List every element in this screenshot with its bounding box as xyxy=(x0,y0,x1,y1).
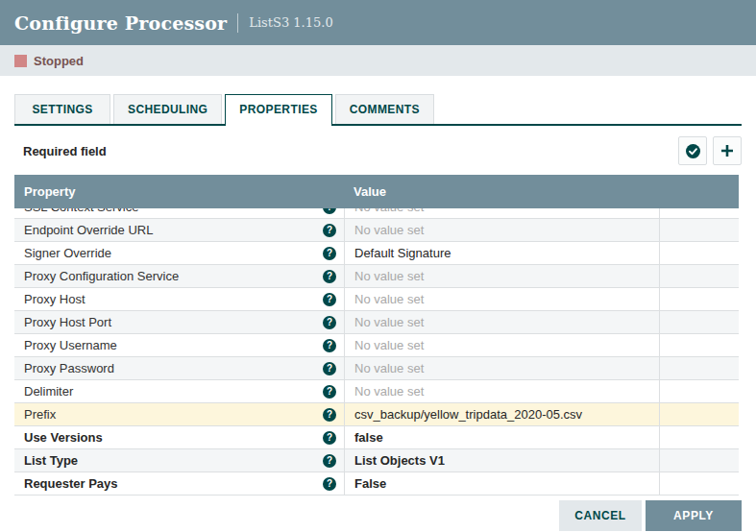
help-icon[interactable]: ? xyxy=(323,477,336,491)
help-icon[interactable]: ? xyxy=(323,362,336,375)
help-icon[interactable]: ? xyxy=(323,316,336,329)
title-divider xyxy=(237,13,238,33)
value-cell[interactable]: List Objects V1 xyxy=(344,449,659,472)
property-value: false xyxy=(354,430,383,445)
property-cell: Proxy Configuration Service ? xyxy=(14,265,344,287)
property-cell: SSL Context Service ? xyxy=(14,208,344,218)
value-cell[interactable]: False xyxy=(344,472,659,495)
table-row[interactable]: Prefix ? csv_backup/yellow_tripdata_2020… xyxy=(14,403,739,426)
add-property-button[interactable] xyxy=(713,136,742,165)
status-bar: Stopped xyxy=(0,45,756,76)
property-cell: Prefix ? xyxy=(14,403,344,425)
property-name: Proxy Host xyxy=(24,292,85,306)
value-cell[interactable]: No value set xyxy=(344,208,659,218)
tab-settings[interactable]: SETTINGS xyxy=(14,94,110,124)
value-cell[interactable]: No value set xyxy=(344,380,659,402)
table-row[interactable]: Proxy Host ? No value set xyxy=(14,288,739,311)
cancel-button[interactable]: CANCEL xyxy=(559,500,642,531)
property-cell: List Type ? xyxy=(14,449,344,472)
extra-cell xyxy=(659,242,739,264)
dialog-title: Configure Processor xyxy=(14,12,227,34)
column-header-value: Value xyxy=(344,184,659,199)
property-cell: Proxy Host Port ? xyxy=(14,311,344,333)
help-icon[interactable]: ? xyxy=(323,408,336,422)
value-cell[interactable]: No value set xyxy=(344,311,659,333)
tabs-container: SETTINGSSCHEDULINGPROPERTIESCOMMENTS xyxy=(0,76,756,126)
help-icon[interactable]: ? xyxy=(323,385,336,399)
table-header: Property Value xyxy=(14,175,739,208)
property-value: No value set xyxy=(354,338,424,352)
help-icon[interactable]: ? xyxy=(323,224,336,237)
plus-icon xyxy=(719,143,735,158)
table-row[interactable]: Proxy Password ? No value set xyxy=(14,357,739,380)
verify-properties-button[interactable] xyxy=(678,136,707,165)
help-icon[interactable]: ? xyxy=(323,247,336,260)
table-row[interactable]: Signer Override ? Default Signature xyxy=(14,242,739,265)
help-icon[interactable]: ? xyxy=(323,208,336,214)
property-cell: Delimiter ? xyxy=(14,380,344,402)
table-body[interactable]: SSL Context Service ? No value set Endpo… xyxy=(14,208,739,496)
table-row[interactable]: List Type ? List Objects V1 xyxy=(14,449,739,472)
table-row[interactable]: Proxy Host Port ? No value set xyxy=(14,311,739,334)
property-name: Delimiter xyxy=(24,384,73,399)
help-icon[interactable]: ? xyxy=(323,454,336,468)
tab-scheduling[interactable]: SCHEDULING xyxy=(113,94,222,124)
property-cell: Proxy Username ? xyxy=(14,334,344,356)
tab-properties[interactable]: PROPERTIES xyxy=(225,94,331,126)
apply-button[interactable]: APPLY xyxy=(646,500,742,531)
property-value: csv_backup/yellow_tripdata_2020-05.csv xyxy=(354,407,582,422)
property-name: Proxy Host Port xyxy=(24,315,111,329)
value-cell[interactable]: No value set xyxy=(344,265,659,287)
property-name: SSL Context Service xyxy=(24,208,138,214)
stopped-icon xyxy=(14,55,27,67)
property-value: List Objects V1 xyxy=(354,453,445,468)
table-row[interactable]: Proxy Configuration Service ? No value s… xyxy=(14,265,739,288)
tab-bar: SETTINGSSCHEDULINGPROPERTIESCOMMENTS xyxy=(14,94,742,126)
value-cell[interactable]: No value set xyxy=(344,334,659,356)
dialog-header: Configure Processor ListS3 1.15.0 xyxy=(0,0,756,45)
property-cell: Endpoint Override URL ? xyxy=(14,219,344,241)
property-name: Prefix xyxy=(24,407,56,422)
table-row[interactable]: Delimiter ? No value set xyxy=(14,380,739,403)
toolbar-buttons xyxy=(678,136,742,165)
extra-cell xyxy=(659,208,739,218)
value-cell[interactable]: No value set xyxy=(344,219,659,241)
property-value: False xyxy=(354,476,386,491)
table-row[interactable]: Proxy Username ? No value set xyxy=(14,334,739,357)
property-cell: Proxy Password ? xyxy=(14,357,344,379)
help-icon[interactable]: ? xyxy=(323,270,336,283)
properties-table: Property Value SSL Context Service ? No … xyxy=(14,175,739,496)
value-cell[interactable]: Default Signature xyxy=(344,242,659,264)
table-row[interactable]: Requester Pays ? False xyxy=(14,472,739,496)
table-row[interactable]: Use Versions ? false xyxy=(14,426,739,449)
extra-cell xyxy=(659,403,739,425)
help-icon[interactable]: ? xyxy=(323,293,336,306)
tab-comments[interactable]: COMMENTS xyxy=(335,94,434,124)
help-icon[interactable]: ? xyxy=(323,431,336,445)
property-value: No value set xyxy=(354,292,424,306)
required-field-label: Required field xyxy=(23,144,107,158)
value-cell[interactable]: No value set xyxy=(344,357,659,379)
extra-cell xyxy=(659,357,739,379)
properties-toolbar: Required field xyxy=(0,126,756,175)
help-icon[interactable]: ? xyxy=(323,339,336,352)
property-cell: Use Versions ? xyxy=(14,426,344,448)
column-header-property: Property xyxy=(14,184,344,199)
property-value: No value set xyxy=(354,269,424,283)
table-row[interactable]: SSL Context Service ? No value set xyxy=(14,208,739,219)
value-cell[interactable]: false xyxy=(344,426,659,448)
value-cell[interactable]: No value set xyxy=(344,288,659,310)
dialog-footer: CANCEL APPLY xyxy=(559,500,742,531)
property-name: Proxy Configuration Service xyxy=(24,269,179,283)
property-name: Proxy Username xyxy=(24,338,117,352)
property-cell: Proxy Host ? xyxy=(14,288,344,310)
value-cell[interactable]: csv_backup/yellow_tripdata_2020-05.csv xyxy=(344,403,659,425)
property-value: No value set xyxy=(354,208,424,214)
property-name: List Type xyxy=(24,453,78,468)
circle-check-icon xyxy=(685,143,701,159)
extra-cell xyxy=(659,265,739,287)
property-name: Requester Pays xyxy=(24,476,118,491)
extra-cell xyxy=(659,449,739,472)
property-name: Signer Override xyxy=(24,246,111,260)
table-row[interactable]: Endpoint Override URL ? No value set xyxy=(14,219,739,242)
